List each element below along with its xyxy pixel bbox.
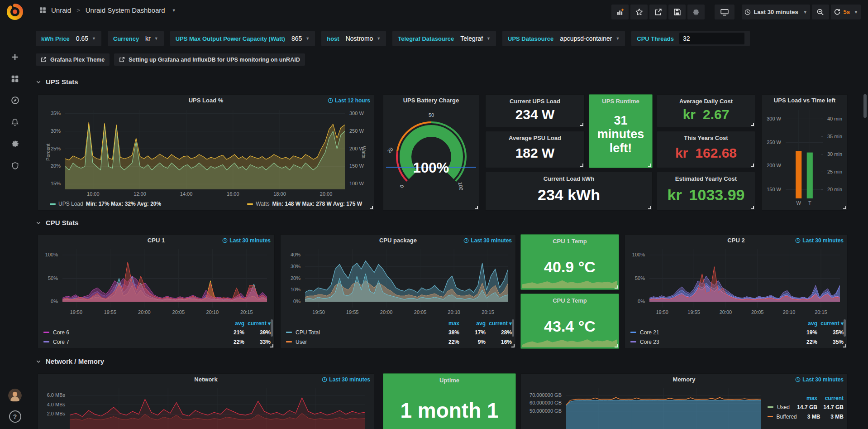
legend-row[interactable]: Core 722%33% [43,337,271,347]
legend-column-header[interactable]: current ▾ [486,320,512,327]
legend-column-header[interactable]: current ▾ [817,320,844,327]
legend-row[interactable]: Core 2322%35% [630,337,844,347]
legend-column-header[interactable]: max [433,320,459,327]
stat-title[interactable]: Uptime [383,377,515,384]
sidebar-explore-button[interactable] [6,93,24,107]
chevron-down-icon[interactable]: ▼ [854,10,858,14]
legend-column-header[interactable]: avg [459,320,486,327]
panel-time-range-link[interactable]: Last 30 minutes [795,376,844,383]
x-axis-label: 20:15 [240,309,253,315]
dashboard-title[interactable]: Unraid System Dashboard [86,6,165,14]
legend-scrollbar[interactable] [271,319,273,337]
chevron-down-icon: ▼ [305,36,310,41]
legend-row[interactable]: User22%9%16% [286,337,512,347]
variable-ups-max-output-power-capacity-watt-[interactable]: UPS Max Output Power Capacity (Watt)865▼ [170,31,315,46]
variable-label: CPU Threads [637,35,674,42]
variable-cpu-threads[interactable]: CPU Threads [631,31,750,46]
legend-item[interactable]: WattsMin: 148 W Max: 278 W Avg: 175 W [247,201,362,207]
variable-label: UPS Datasource [508,35,553,42]
section-network-memory[interactable]: Network / Memory [36,357,104,365]
share-button[interactable] [649,5,667,19]
sidebar-alerting-button[interactable] [6,115,24,129]
legend-item[interactable]: UPS LoadMin: 17% Max: 32% Avg: 20% [50,201,161,207]
legend-row[interactable]: CPU Total38%17%28% [286,328,512,337]
legend-column-header[interactable]: avg [791,320,817,327]
user-avatar[interactable] [8,389,22,402]
stat-title[interactable]: Estimated Yearly Cost [657,175,755,182]
legend-row[interactable]: Buffered3 MB3 MB [768,412,844,421]
time-series-chart[interactable]: 6.0 MBs4.0 MBs2.0 MBs [42,386,370,429]
dashboard-settings-button[interactable] [687,5,705,19]
stat-title[interactable]: Current Load kWh [486,175,652,182]
stat-title[interactable]: Current UPS Load [486,98,584,105]
panel-title[interactable]: UPS Battery Charge [383,95,479,106]
stat-title[interactable]: UPS Runtime [589,98,652,105]
panel-time-range-link[interactable]: Last 30 minutes [222,237,271,244]
grafana-logo[interactable] [6,3,24,21]
panel-title[interactable]: UPS Load % [38,95,374,106]
variable-input[interactable] [679,33,744,44]
time-range-picker[interactable]: Last 30 minutes ▼ [742,5,810,19]
add-panel-button[interactable] [611,5,629,19]
cycle-view-button[interactable] [715,5,734,19]
legend-column-header[interactable]: current [817,395,844,401]
variable-telegraf-datasource[interactable]: Telegraf DatasourceTelegraf▼ [392,31,496,46]
refresh-interval-label[interactable]: 5s [844,9,850,15]
legend: UPS LoadMin: 17% Max: 32% Avg: 20%WattsM… [50,200,362,208]
variable-host[interactable]: hostNostromo▼ [321,31,386,46]
sidebar-create-button[interactable] [6,50,24,64]
variable-ups-datasource[interactable]: UPS Datasourceapcupsd-container▼ [502,31,625,46]
star-icon [635,8,643,16]
legend-row[interactable]: Core 621%39% [43,328,271,337]
panel-time-range-link[interactable]: Last 30 minutes [795,237,844,244]
breadcrumb-folder[interactable]: Unraid [51,6,71,14]
panel-time-range-link[interactable]: Last 12 hours [328,97,370,104]
sidebar-server-admin-button[interactable] [6,159,24,173]
chevron-down-icon [36,359,41,364]
stat-title[interactable]: Average Daily Cost [657,98,755,105]
stat-title[interactable]: Average PSU Load [486,135,584,141]
section-ups-stats[interactable]: UPS Stats [36,78,78,86]
refresh-button[interactable]: 5s ▼ [831,5,861,19]
section-cpu-stats[interactable]: CPU Stats [36,219,79,227]
panel-time-range-link[interactable]: Last 30 minutes [463,237,512,244]
legend-header: maxavgcurrent ▾ [286,319,512,328]
legend: maxcurrentUsed14.7 GB14.7 GBBuffered3 MB… [768,394,844,421]
time-series-chart[interactable]: 100%50%0%19:5019:5520:0020:0520:1020:15 [42,247,271,316]
legend-scrollbar[interactable] [512,319,514,337]
legend-scrollbar[interactable] [844,319,846,337]
panel-time-range-link[interactable]: Last 30 minutes [322,376,370,383]
stat-title[interactable]: This Years Cost [657,135,755,141]
legend-column-header[interactable]: max [791,395,817,401]
time-series-chart[interactable]: Percent Watts 35%30%25%20%15%300 W250 W2… [42,107,370,198]
legend-column-header[interactable]: current ▾ [244,320,271,327]
sparkline [522,333,617,347]
legend-row[interactable]: Used14.7 GB14.7 GB [768,402,844,412]
gauge-value: 100% [383,160,479,176]
bar-chart[interactable]: 300 W250 W200 W150 W40 min35 min30 min25… [765,107,844,207]
time-series-chart[interactable]: 40%30%20%10%0%19:5019:5520:0020:0520:102… [284,247,512,316]
legend-row[interactable]: Core 2119%35% [630,328,844,337]
chevron-down-icon: ▼ [615,36,620,41]
y-axis-label: 20 min [827,187,842,192]
stat-title[interactable]: CPU 1 Temp [521,238,619,245]
chevron-down-icon[interactable]: ▼ [172,8,176,13]
save-button[interactable] [668,5,686,19]
panel-title[interactable]: UPS Load vs Time left [762,95,847,106]
page-scrollbar[interactable] [863,94,867,118]
star-button[interactable] [630,5,648,19]
time-series-chart[interactable]: 70.000000 GB60.000000 GB50.000000 GB [525,386,764,429]
sidebar-configuration-button[interactable] [6,137,24,151]
variable-kwh-price[interactable]: kWh Price0.65▼ [36,31,101,46]
stat-title[interactable]: CPU 2 Temp [521,297,619,304]
zoom-out-button[interactable] [812,5,829,19]
dashboard-link-ups-guide[interactable]: Setting up Grafana and InfluxDB for UPS … [114,53,305,66]
help-icon[interactable]: ? [9,410,21,423]
dashboard-link-plex-theme[interactable]: Grafana Plex Theme [36,53,110,66]
apps-grid-icon [39,6,47,14]
sidebar-dashboards-button[interactable] [6,72,24,86]
time-series-chart[interactable]: 100%50%0%19:5019:5520:0020:0520:1020:15 [629,247,844,316]
variable-currency[interactable]: Currencykr▼ [108,31,164,46]
template-variables-row: kWh Price0.65▼Currencykr▼UPS Max Output … [36,31,850,46]
legend-column-header[interactable]: avg [218,320,244,327]
